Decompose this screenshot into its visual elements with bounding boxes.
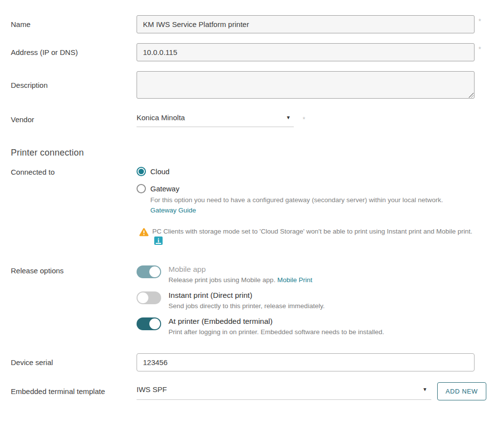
vendor-row: Vendor Konica Minolta ▼ *: [11, 111, 493, 127]
resize-handle-icon[interactable]: [469, 93, 474, 98]
required-marker: *: [478, 17, 481, 25]
mobile-print-link[interactable]: Mobile Print: [277, 276, 312, 284]
radio-selected-icon[interactable]: [137, 167, 146, 176]
gateway-guide-link[interactable]: Gateway Guide: [150, 207, 196, 214]
printer-connection-title: Printer connection: [11, 148, 493, 158]
mobile-app-description: Release print jobs using Mobile app. Mob…: [168, 276, 312, 285]
connected-to-label: Connected to: [11, 167, 137, 176]
manual-info-icon[interactable]: [154, 237, 163, 245]
chevron-down-icon: ▼: [422, 387, 427, 392]
name-row: Name *: [11, 15, 493, 33]
toggle-knob: [149, 318, 160, 329]
address-label: Address (IP or DNS): [11, 48, 137, 56]
vendor-label: Vendor: [11, 115, 137, 124]
name-label: Name: [11, 20, 137, 28]
chevron-down-icon: ▼: [286, 115, 291, 120]
connected-to-row: Connected to Cloud Gateway For this opti…: [11, 167, 493, 245]
radio-gateway-label: Gateway: [150, 184, 179, 193]
add-new-button[interactable]: ADD NEW: [437, 382, 486, 400]
description-label: Description: [11, 81, 137, 89]
instant-print-label: Instant print (Direct print): [168, 291, 325, 300]
toggle-knob: [138, 292, 148, 303]
address-input[interactable]: [137, 43, 475, 61]
cloud-storage-warning: PC Clients with storage mode set to 'Clo…: [139, 227, 493, 245]
radio-option-gateway[interactable]: Gateway: [137, 184, 493, 193]
warning-text: PC Clients with storage mode set to 'Clo…: [152, 227, 476, 245]
mobile-app-label: Mobile app: [168, 265, 312, 274]
toggle-group-at-printer: At printer (Embedded terminal) Print aft…: [137, 317, 493, 337]
toggle-group-mobile-app: Mobile app Release print jobs using Mobi…: [137, 265, 493, 285]
instant-print-description: Send jobs directly to this printer, rele…: [168, 302, 325, 311]
radio-option-cloud[interactable]: Cloud: [137, 167, 493, 176]
release-options-label: Release options: [11, 265, 137, 275]
vendor-selected-value: Konica Minolta: [137, 113, 185, 122]
warning-triangle-icon: [139, 228, 149, 245]
toggle-group-instant-print: Instant print (Direct print) Send jobs d…: [137, 291, 493, 311]
release-options-row: Release options Mobile app Release print…: [11, 265, 493, 337]
device-serial-row: Device serial: [11, 353, 493, 371]
description-textarea[interactable]: [137, 71, 475, 99]
radio-cloud-label: Cloud: [150, 167, 169, 176]
required-marker: *: [478, 45, 481, 53]
at-printer-toggle[interactable]: [137, 317, 161, 330]
mobile-app-toggle[interactable]: [137, 265, 161, 278]
vendor-select[interactable]: Konica Minolta ▼: [137, 111, 294, 127]
printer-settings-form: Name * Address (IP or DNS) * Description…: [0, 0, 504, 400]
instant-print-toggle[interactable]: [137, 291, 161, 304]
template-selected-value: IWS SPF: [137, 385, 167, 394]
toggle-knob: [149, 266, 160, 277]
required-marker: *: [303, 115, 305, 123]
device-serial-input[interactable]: [137, 353, 475, 371]
at-printer-description: Print after logging in on printer. Embed…: [168, 328, 384, 337]
at-printer-label: At printer (Embedded terminal): [168, 317, 384, 326]
embedded-terminal-template-select[interactable]: IWS SPF ▼: [137, 383, 431, 400]
radio-unselected-icon[interactable]: [137, 184, 146, 193]
device-serial-label: Device serial: [11, 358, 137, 367]
description-row: Description: [11, 71, 493, 99]
gateway-description: For this option you need to have a confi…: [150, 195, 475, 205]
address-row: Address (IP or DNS) *: [11, 43, 493, 61]
embedded-terminal-template-row: Embedded terminal template IWS SPF ▼ ADD…: [11, 382, 493, 400]
name-input[interactable]: [137, 15, 475, 33]
embedded-terminal-template-label: Embedded terminal template: [11, 387, 137, 395]
